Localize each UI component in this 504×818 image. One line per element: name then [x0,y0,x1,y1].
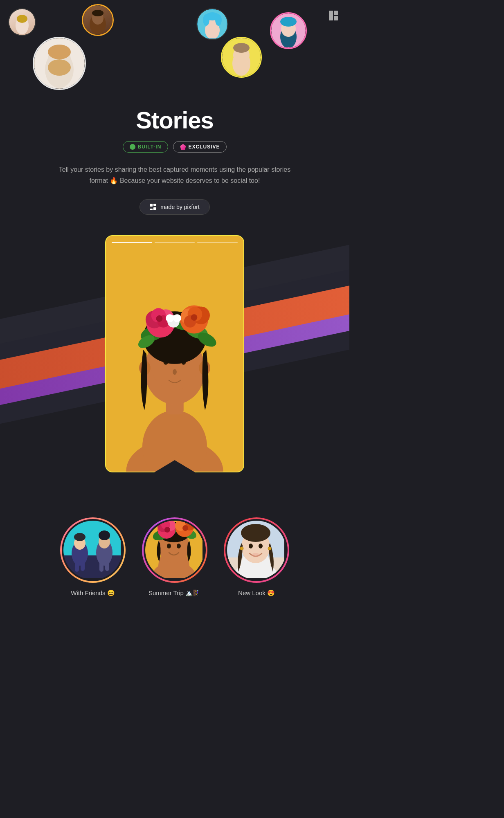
svg-point-48 [156,315,163,322]
svg-point-9 [48,45,71,59]
svg-rect-69 [105,560,109,571]
avatar-6 [270,12,307,49]
svg-point-102 [268,547,271,550]
svg-point-16 [215,14,222,26]
svg-point-76 [167,544,171,548]
hero-section: Stories ✓ BUILT-IN EXCLUSIVE Tell your s… [0,106,349,235]
svg-point-90 [182,525,188,531]
svg-point-5 [92,10,104,16]
story-circle-friends[interactable]: With Friends 😄 [60,517,126,597]
badges-row: ✓ BUILT-IN EXCLUSIVE [16,141,333,153]
story-ring-friends [60,517,126,583]
diamond-icon [180,144,186,150]
avatar-3 [33,37,86,90]
main-content: Stories ✓ BUILT-IN EXCLUSIVE Tell your s… [0,0,349,621]
svg-point-98 [249,544,253,548]
svg-point-15 [203,14,209,26]
svg-point-77 [177,544,181,548]
logo-cell-3 [334,16,338,20]
pixfort-mark-icon [150,204,156,210]
story-label-newlook: New Look 😍 [238,589,275,597]
logo-cell-1 [329,11,333,20]
story-circles-section: With Friends 😄 [0,497,349,621]
story-inner-summer [144,519,206,581]
floating-avatars [0,0,349,115]
hero-description: Tell your stories by sharing the best ca… [52,164,297,186]
story-label-friends: With Friends 😄 [71,589,115,597]
story-img-summer [145,521,204,580]
progress-bar-2 [155,242,195,243]
story-progress-bars [112,242,238,243]
svg-point-33 [173,369,177,375]
badge-exclusive: EXCLUSIVE [173,141,227,153]
avatar-1 [8,8,36,36]
svg-rect-67 [81,560,85,571]
avatar-5 [221,37,262,78]
logo-cell-2 [334,11,338,15]
progress-bar-3 [197,242,238,243]
svg-rect-68 [99,560,104,572]
cta-label: made by pixfort [160,204,200,210]
story-img-friends [63,521,122,580]
progress-bar-1 [112,242,152,243]
logo-grid [329,11,339,20]
top-logo-area [326,8,341,23]
avatar-4 [196,8,228,40]
svg-point-2 [17,15,27,23]
svg-point-101 [240,547,243,550]
svg-point-20 [233,43,250,53]
story-inner-friends [62,519,124,581]
svg-point-57 [173,315,181,323]
svg-point-86 [164,527,170,533]
story-img-newlook [227,521,286,580]
check-icon: ✓ [130,144,135,150]
svg-rect-66 [75,560,79,572]
svg-point-10 [48,59,71,76]
svg-point-100 [252,553,260,557]
page-title: Stories [16,106,333,134]
badge-exclusive-label: EXCLUSIVE [188,144,220,150]
svg-rect-59 [63,555,121,578]
svg-point-97 [241,524,270,542]
story-ring-summer [142,517,207,583]
story-card-image [106,236,243,472]
story-circle-newlook[interactable]: New Look 😍 [224,517,289,597]
story-inner-newlook [225,519,288,581]
avatar-2 [82,4,114,36]
made-by-pixfort-button[interactable]: made by pixfort [140,199,210,215]
badge-builtin-label: BUILT-IN [138,144,162,150]
badge-builtin: ✓ BUILT-IN [123,141,169,153]
story-triangle-area [0,472,349,497]
svg-point-56 [166,315,174,323]
pixfort-logo-icon [326,8,341,23]
story-circle-summer[interactable]: Summer Trip 🏔️🧗‍♀️ [142,517,207,597]
story-label-summer: Summer Trip 🏔️🧗‍♀️ [148,589,201,597]
svg-point-99 [259,544,263,548]
story-card[interactable] [105,235,244,472]
svg-point-24 [280,17,297,27]
svg-point-65 [99,530,110,540]
story-ring-newlook [224,517,289,583]
svg-point-62 [74,533,86,541]
svg-point-54 [191,315,198,321]
story-section [0,235,349,472]
